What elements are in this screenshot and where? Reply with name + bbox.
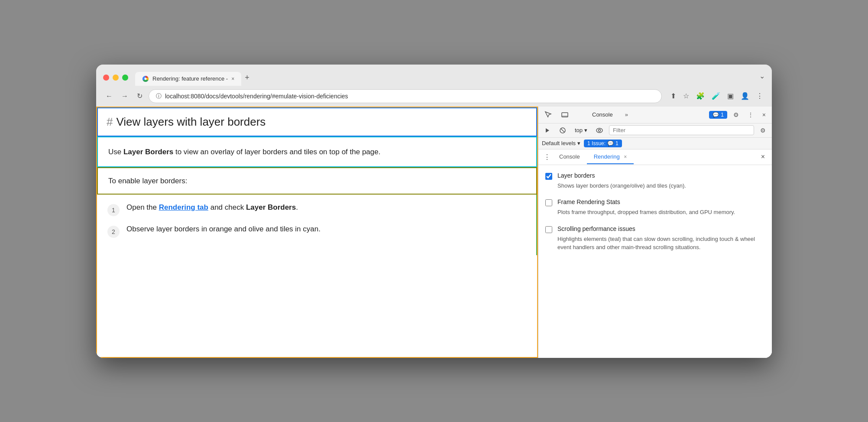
devtools-more-tabs[interactable]: »	[620, 110, 633, 120]
default-levels-label: Default levels	[542, 140, 576, 146]
window-minimize-icon[interactable]: ⌄	[759, 72, 765, 84]
render-item-scrolling: Scrolling performance issues Highlights …	[545, 225, 765, 252]
devtools-tabs: Console »	[575, 110, 706, 120]
devtools-more-options-btn[interactable]: ⋮	[745, 110, 756, 120]
back-button[interactable]: ←	[103, 91, 115, 102]
step-1: 1 Open the Rendering tab and check Layer…	[107, 203, 526, 216]
svg-line-7	[561, 129, 564, 132]
device-toggle-btn[interactable]	[558, 109, 571, 120]
devtools-close-btn[interactable]: ×	[760, 110, 768, 120]
page-content: # View layers with layer borders Use Lay…	[96, 107, 538, 358]
svg-marker-5	[546, 128, 549, 133]
scrolling-title: Scrolling performance issues	[557, 225, 635, 232]
console-badge: 💬 1	[709, 111, 727, 119]
tab-bar: Rendering: feature reference - × +	[135, 70, 754, 86]
layer-borders-desc: Shows layer borders (orange/olive) and t…	[557, 182, 765, 190]
console-filter-input[interactable]	[609, 125, 754, 135]
step1-bold: Layer Borders	[246, 203, 296, 211]
minimize-traffic-light[interactable]	[113, 75, 119, 81]
rendering-tab-close[interactable]: ×	[624, 154, 627, 160]
content-area: # View layers with layer borders Use Lay…	[96, 107, 772, 358]
browser-window: Rendering: feature reference - × + ⌄ ← →…	[96, 65, 772, 358]
scrolling-checkbox[interactable]	[545, 226, 552, 233]
step1-pre: Open the	[126, 203, 159, 211]
step-2: 2 Observe layer borders in orange and ol…	[107, 225, 526, 238]
step1-period: .	[296, 203, 298, 211]
extensions-icon[interactable]: 🧩	[694, 90, 706, 102]
console-toolbar: top ▾ ⚙	[538, 123, 772, 138]
cyan-section: Use Layer Borders to view an overlay of …	[97, 136, 537, 167]
eye-btn[interactable]	[593, 126, 606, 135]
inspect-icon	[544, 111, 552, 119]
toolbar-icons: ⬆ ☆ 🧩 🧪 ▣ 👤 ⋮	[669, 90, 765, 102]
step-2-number: 2	[107, 226, 120, 238]
forward-button[interactable]: →	[119, 91, 131, 102]
eye-icon	[596, 128, 603, 133]
title-bar: Rendering: feature reference - × + ⌄	[96, 65, 772, 86]
olive-section: To enable layer borders:	[97, 167, 537, 195]
frame-stats-title: Frame Rendering Stats	[557, 198, 620, 205]
panel-close-btn[interactable]: ×	[758, 149, 768, 164]
secondary-tab-bar: ⋮ Console Rendering × ×	[538, 149, 772, 165]
rendering-secondary-tab[interactable]: Rendering ×	[587, 150, 634, 164]
devtools-tab-console[interactable]: Console	[587, 110, 618, 120]
url-bar[interactable]: ⓘ localhost:8080/docs/devtools/rendering…	[149, 89, 662, 103]
layer-borders-checkbox[interactable]	[545, 173, 552, 180]
step-1-number: 1	[107, 204, 120, 216]
devtools-settings-btn[interactable]: ⚙	[731, 110, 742, 120]
maximize-traffic-light[interactable]	[122, 75, 128, 81]
step-2-text: Observe layer borders in orange and oliv…	[126, 225, 321, 234]
traffic-lights	[103, 75, 128, 81]
tab-favicon	[142, 75, 149, 82]
step-1-text: Open the Rendering tab and check Layer B…	[126, 203, 298, 212]
svg-point-2	[145, 78, 147, 80]
profile-icon[interactable]: 👤	[739, 90, 751, 102]
console-badge-icon: 💬	[713, 112, 719, 118]
paragraph1: Use Layer Borders to view an overlay of …	[108, 146, 526, 158]
rendering-tab-link[interactable]: Rendering tab	[159, 203, 208, 211]
new-tab-btn[interactable]: +	[241, 70, 253, 86]
heading-section: # View layers with layer borders	[97, 107, 537, 136]
issue-label: 1 Issue:	[587, 140, 606, 146]
share-icon[interactable]: ⬆	[669, 90, 678, 102]
close-traffic-light[interactable]	[103, 75, 109, 81]
frame-stats-checkbox[interactable]	[545, 199, 552, 206]
top-label: top	[575, 127, 583, 133]
default-levels-btn[interactable]: Default levels ▾	[542, 140, 580, 146]
menu-icon[interactable]: ⋮	[755, 90, 765, 102]
paragraph1-bold: Layer Borders	[123, 148, 173, 156]
paragraph1-pre: Use	[108, 148, 123, 156]
devtools-panel: Console » 💬 1 ⚙ ⋮ ×	[538, 107, 772, 358]
active-tab[interactable]: Rendering: feature reference - ×	[135, 72, 241, 86]
page-heading: View layers with layer borders	[116, 115, 266, 129]
split-icon[interactable]: ▣	[725, 90, 735, 102]
info-icon: ⓘ	[156, 92, 162, 100]
top-selector-btn[interactable]: top ▾	[572, 126, 590, 134]
tab-close-btn[interactable]: ×	[231, 76, 234, 82]
steps-section: 1 Open the Rendering tab and check Layer…	[97, 195, 537, 255]
top-dropdown-icon: ▾	[584, 127, 587, 133]
clear-console-btn[interactable]	[557, 125, 569, 136]
stop-icon	[559, 127, 566, 134]
eyedropper-icon[interactable]: 🧪	[710, 90, 722, 102]
layer-borders-title: Layer borders	[557, 172, 595, 179]
bookmark-icon[interactable]: ☆	[681, 90, 691, 102]
paragraph1-post: to view an overlay of layer borders and …	[173, 148, 380, 156]
reload-button[interactable]: ↻	[134, 90, 145, 102]
console-settings-btn[interactable]: ⚙	[758, 125, 768, 136]
address-bar: ← → ↻ ⓘ localhost:8080/docs/devtools/ren…	[96, 86, 772, 107]
console-secondary-tab[interactable]: Console	[552, 150, 587, 164]
issue-badge-icon: 💬	[607, 140, 614, 146]
issue-badge-count: 1	[615, 140, 619, 146]
devtools-header: Console » 💬 1 ⚙ ⋮ ×	[538, 107, 772, 123]
inspect-element-btn[interactable]	[542, 109, 555, 120]
run-script-btn[interactable]	[542, 126, 553, 135]
secondary-dots-btn[interactable]: ⋮	[542, 149, 552, 165]
run-icon	[544, 127, 551, 133]
issue-badge[interactable]: 1 Issue: 💬 1	[584, 140, 622, 147]
devtools-tab-elements[interactable]	[575, 113, 585, 117]
levels-dropdown-icon: ▾	[577, 140, 580, 146]
svg-point-9	[599, 129, 601, 131]
levels-bar: Default levels ▾ 1 Issue: 💬 1	[538, 138, 772, 149]
step1-post: and check	[208, 203, 246, 211]
